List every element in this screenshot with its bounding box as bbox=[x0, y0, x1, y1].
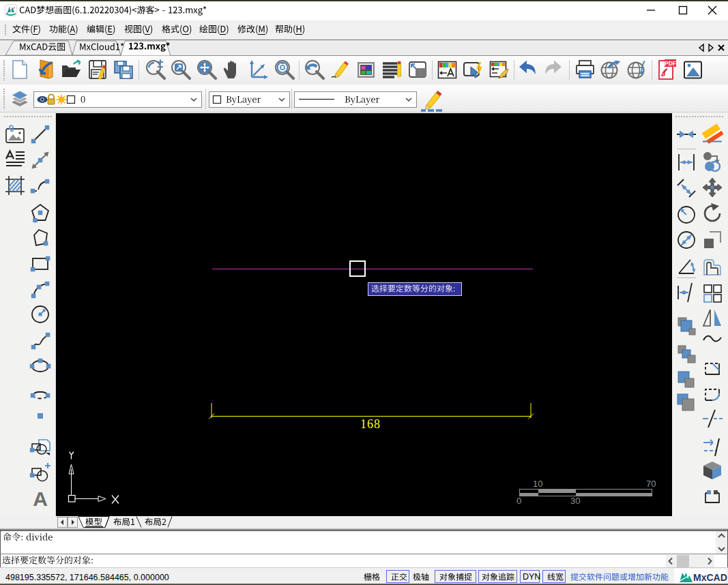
svg-text:PDF: PDF bbox=[665, 60, 676, 67]
svg-text:A: A bbox=[33, 487, 48, 509]
